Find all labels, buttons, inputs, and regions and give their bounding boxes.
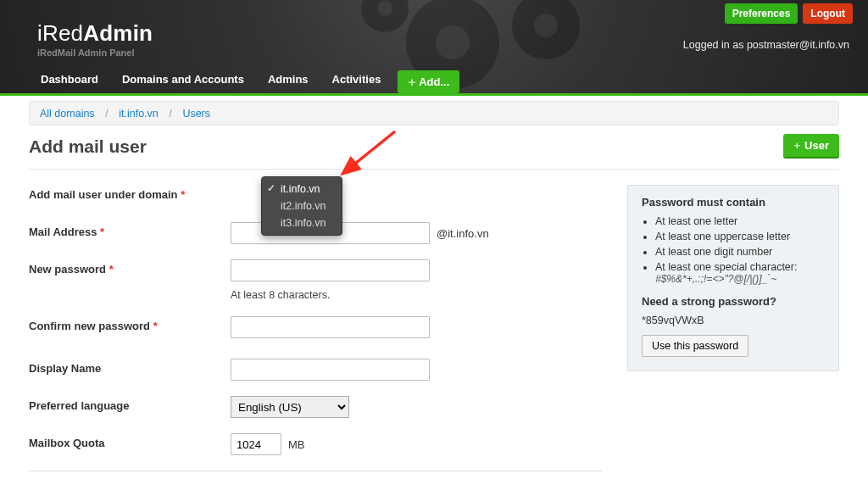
main-nav: Dashboard Domains and Accounts Admins Ac… <box>29 63 459 93</box>
password-rules-title: Password must contain <box>642 196 825 209</box>
svg-point-2 <box>512 0 580 59</box>
nav-activities[interactable]: Activities <box>320 65 393 93</box>
breadcrumb: All domains / it.info.vn / Users <box>29 101 839 125</box>
brand-subtitle: iRedMail Admin Panel <box>37 47 153 58</box>
quota-unit: MB <box>288 438 305 451</box>
mail-domain-suffix: @it.info.vn <box>437 227 489 240</box>
preferences-button[interactable]: Preferences <box>725 3 798 24</box>
crumb-domain[interactable]: it.info.vn <box>119 108 159 120</box>
svg-point-1 <box>436 25 470 59</box>
required-marker: * <box>100 226 104 238</box>
confirm-password-input[interactable] <box>231 316 430 338</box>
suggested-password: *859vqVWxB <box>642 315 825 326</box>
logout-button[interactable]: Logout <box>803 3 853 24</box>
form-separator <box>29 471 602 471</box>
plus-icon: + <box>793 139 800 152</box>
svg-point-3 <box>534 14 558 37</box>
password-hint: At least 8 characters. <box>231 289 536 301</box>
logged-in-label: Logged in as postmaster@it.info.vn <box>683 39 849 51</box>
app-header: Preferences Logout Logged in as postmast… <box>0 0 868 93</box>
nav-add-button[interactable]: + Add... <box>398 70 459 93</box>
password-rules-panel: Password must contain At least one lette… <box>627 185 839 371</box>
domain-label: Add mail user under domain <box>29 188 178 201</box>
brand: iRedAdmin iRedMail Admin Panel <box>37 20 153 58</box>
required-marker: * <box>181 188 185 201</box>
password-rule: At least one special character: #$%&*+,.… <box>655 261 825 285</box>
add-user-tab-button[interactable]: + User <box>783 134 839 159</box>
required-marker: * <box>153 320 158 332</box>
user-button-label: User <box>804 139 829 152</box>
nav-admins[interactable]: Admins <box>256 65 320 93</box>
crumb-sep: / <box>97 108 115 120</box>
quota-input[interactable] <box>231 433 281 455</box>
special-chars: #$%&*+,.:;!=<>"?@[/|()]_`~ <box>655 273 825 285</box>
mail-label: Mail Address <box>29 226 97 238</box>
crumb-users[interactable]: Users <box>182 108 210 120</box>
crumb-sep: / <box>161 108 179 120</box>
domain-option[interactable]: it2.info.vn <box>262 198 342 214</box>
language-select[interactable]: English (US) <box>231 396 349 418</box>
display-name-label: Display Name <box>29 359 231 375</box>
page-title: Add mail user <box>29 136 147 157</box>
brand-prefix: iRed <box>37 20 83 46</box>
domain-dropdown-menu: it.info.vn it2.info.vn it3.info.vn <box>261 176 342 236</box>
password-rule: At least one letter <box>655 215 825 227</box>
new-password-label: New password <box>29 263 106 276</box>
use-password-button[interactable]: Use this password <box>642 335 748 357</box>
language-label: Preferred language <box>29 396 231 412</box>
svg-point-4 <box>361 0 409 32</box>
svg-point-5 <box>377 1 392 16</box>
required-marker: * <box>109 263 114 276</box>
nav-domains[interactable]: Domains and Accounts <box>110 65 256 93</box>
brand-bold: Admin <box>83 20 153 46</box>
content: Add mail user + User it.info.vn it2.info… <box>29 134 839 479</box>
nav-dashboard[interactable]: Dashboard <box>29 65 110 93</box>
password-rule: At least one uppercase letter <box>655 231 825 242</box>
new-password-input[interactable] <box>231 259 430 281</box>
nav-underline <box>0 93 868 96</box>
quota-label: Mailbox Quota <box>29 433 231 449</box>
domain-option[interactable]: it3.info.vn <box>262 214 342 231</box>
confirm-password-label: Confirm new password <box>29 320 150 332</box>
nav-add-label: Add... <box>419 76 449 87</box>
display-name-input[interactable] <box>231 359 430 381</box>
strong-password-title: Need a strong password? <box>642 295 825 308</box>
password-rule: At least one digit number <box>655 246 825 258</box>
crumb-all-domains[interactable]: All domains <box>40 108 95 120</box>
domain-option[interactable]: it.info.vn <box>262 181 342 198</box>
